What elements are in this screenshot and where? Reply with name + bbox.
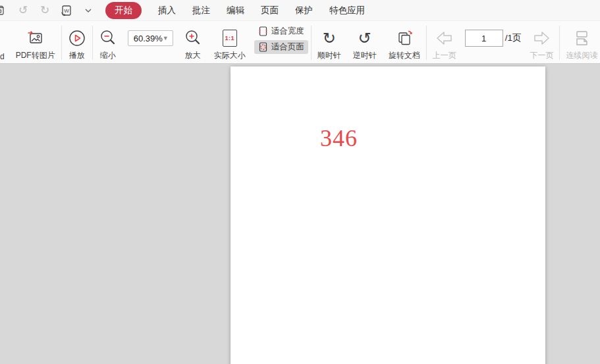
next-page-button[interactable]: 下一页 bbox=[524, 24, 559, 61]
menu-tabs: 开始 插入 批注 编辑 页面 保护 特色应用 bbox=[105, 2, 365, 19]
zoom-out-icon bbox=[99, 28, 117, 49]
actual-size-button[interactable]: 1:1 实际大小 bbox=[208, 24, 252, 61]
toolbar: d PDF转图片 播放 bbox=[0, 21, 600, 64]
fit-width-button[interactable]: 适合宽度 bbox=[254, 24, 308, 38]
word-convert-icon[interactable]: W bbox=[60, 4, 73, 17]
rotate-document-icon bbox=[395, 28, 414, 49]
fit-page-icon bbox=[258, 41, 268, 53]
page-content-text: 346 bbox=[320, 124, 358, 152]
chevron-down-icon[interactable] bbox=[82, 4, 95, 17]
zoom-level-select[interactable]: 60.39% ▼ bbox=[128, 30, 173, 46]
save-icon[interactable] bbox=[0, 4, 8, 17]
zoom-in-icon bbox=[184, 28, 202, 49]
svg-text:W: W bbox=[64, 8, 69, 14]
page-total-label: /1页 bbox=[505, 32, 522, 44]
rotate-counterclockwise-button[interactable]: ↺ 逆时针 bbox=[347, 24, 383, 61]
prev-page-icon bbox=[434, 28, 455, 49]
document-area[interactable]: 346 bbox=[0, 64, 600, 364]
rotate-clockwise-icon: ↻ bbox=[323, 28, 336, 49]
quick-access-toolbar: ↺ ↻ W bbox=[0, 4, 95, 17]
pdf-page[interactable]: 346 bbox=[231, 66, 545, 364]
play-icon bbox=[68, 28, 86, 49]
prev-page-button[interactable]: 上一页 bbox=[427, 24, 462, 61]
continuous-reading-icon bbox=[572, 28, 591, 49]
tab-insert[interactable]: 插入 bbox=[158, 5, 176, 16]
tab-page[interactable]: 页面 bbox=[261, 5, 279, 16]
continuous-reading-button[interactable]: 连续阅读 bbox=[560, 24, 600, 61]
play-button[interactable]: 播放 bbox=[62, 24, 92, 61]
combo-arrow-icon: ▼ bbox=[163, 35, 169, 41]
pdf-to-image-icon bbox=[26, 28, 45, 49]
pdf-to-word-button[interactable]: d bbox=[0, 24, 5, 61]
zoom-out-button[interactable]: 缩小 bbox=[93, 24, 123, 61]
tab-edit[interactable]: 编辑 bbox=[227, 5, 244, 16]
pdf-to-image-button[interactable]: PDF转图片 bbox=[10, 24, 61, 61]
page-navigation: /1页 bbox=[465, 30, 522, 47]
titlebar: ↺ ↻ W 开始 插入 批注 编辑 页面 保护 特色应用 bbox=[0, 0, 600, 21]
zoom-in-button[interactable]: 放大 bbox=[178, 24, 208, 61]
fit-buttons: 适合宽度 适合页面 bbox=[254, 24, 308, 54]
zoom-level-value: 60.39% bbox=[134, 34, 163, 43]
tab-special-apps[interactable]: 特色应用 bbox=[329, 5, 365, 16]
rotate-counterclockwise-icon: ↺ bbox=[358, 28, 371, 49]
rotate-document-button[interactable]: 旋转文档 bbox=[383, 24, 426, 61]
tab-home[interactable]: 开始 bbox=[105, 2, 142, 19]
actual-size-icon: 1:1 bbox=[223, 28, 237, 49]
redo-icon[interactable]: ↻ bbox=[38, 4, 51, 17]
fit-page-button[interactable]: 适合页面 bbox=[254, 40, 308, 54]
tab-annotate[interactable]: 批注 bbox=[192, 5, 210, 16]
fit-width-icon bbox=[258, 26, 268, 37]
tab-protect[interactable]: 保护 bbox=[295, 5, 313, 16]
next-page-icon bbox=[531, 28, 552, 49]
page-number-input[interactable] bbox=[465, 30, 503, 47]
undo-icon[interactable]: ↺ bbox=[16, 4, 30, 17]
rotate-clockwise-button[interactable]: ↻ 顺时针 bbox=[312, 24, 347, 61]
